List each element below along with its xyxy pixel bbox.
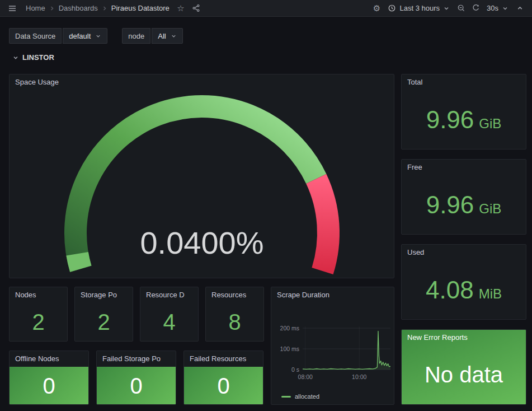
breadcrumb-dashboards[interactable]: Dashboards bbox=[57, 4, 100, 12]
panel-title: Scrape Duration bbox=[271, 287, 394, 303]
node-variable-label: node bbox=[122, 28, 150, 44]
panel-title: Failed Resources bbox=[184, 351, 263, 367]
panel-title: Storage Po bbox=[75, 287, 133, 303]
panel-title: Resource D bbox=[140, 287, 198, 303]
stat-unit: MiB bbox=[479, 286, 502, 302]
time-range-label: Last 3 hours bbox=[399, 4, 440, 12]
star-icon: ☆ bbox=[177, 3, 184, 13]
legend-item-allocated[interactable]: allocated bbox=[281, 393, 319, 400]
stat-value: 2 bbox=[32, 311, 44, 333]
panel-resources: Resources 8 bbox=[205, 287, 264, 342]
collapse-controls-button[interactable] bbox=[513, 2, 526, 15]
panel-used: Used 4.08 MiB bbox=[401, 244, 526, 320]
chevron-down-icon bbox=[443, 5, 450, 12]
stat-value-with-unit: 9.96 GiB bbox=[426, 193, 502, 217]
hamburger-icon bbox=[8, 4, 17, 13]
panel-nodes: Nodes 2 bbox=[9, 287, 68, 342]
dashboard-settings-button[interactable]: ⚙ bbox=[370, 2, 383, 15]
panel-failed-resources: Failed Resources 0 bbox=[183, 351, 263, 405]
panel-title: Space Usage bbox=[10, 74, 394, 90]
stat-value: 0 bbox=[130, 375, 142, 397]
time-range-picker[interactable]: Last 3 hours bbox=[384, 2, 453, 15]
zoom-out-time-range-button[interactable] bbox=[454, 2, 468, 15]
chevron-up-icon bbox=[516, 4, 524, 12]
panel-total: Total 9.96 GiB bbox=[401, 74, 526, 150]
stat-unit: GiB bbox=[479, 116, 501, 132]
chevron-right-icon bbox=[101, 5, 108, 12]
refresh-interval-picker[interactable]: 30s bbox=[483, 2, 512, 15]
chevron-down-icon bbox=[12, 54, 19, 61]
node-variable-select[interactable]: All bbox=[152, 28, 182, 44]
panel-space-usage: Space Usage 0.0400% bbox=[9, 74, 394, 278]
svg-text:10:00: 10:00 bbox=[352, 373, 366, 380]
refresh-dashboard-button[interactable] bbox=[469, 2, 482, 15]
panel-offline-nodes: Offline Nodes 0 bbox=[9, 351, 89, 405]
share-dashboard-button[interactable] bbox=[190, 2, 203, 15]
breadcrumb-current-dashboard[interactable]: Piraeus Datastore bbox=[109, 4, 172, 12]
panel-title: Nodes bbox=[10, 287, 67, 303]
panel-title: Failed Storage Po bbox=[97, 351, 176, 367]
datasource-variable-label: Data Source bbox=[9, 28, 62, 44]
clock-icon bbox=[388, 4, 396, 12]
zoom-out-icon bbox=[457, 4, 465, 12]
gauge-value: 0.0400% bbox=[140, 225, 263, 260]
svg-text:0 s: 0 s bbox=[291, 366, 299, 373]
stat-value: 4 bbox=[163, 311, 175, 333]
svg-text:200 ms: 200 ms bbox=[280, 325, 299, 331]
series-color-swatch bbox=[281, 396, 291, 398]
chevron-down-icon bbox=[95, 33, 101, 39]
stat-value: 0 bbox=[217, 375, 229, 397]
no-data-text: No data bbox=[425, 362, 503, 387]
stat-unit: GiB bbox=[479, 201, 501, 217]
panel-free: Free 9.96 GiB bbox=[401, 159, 526, 235]
top-navbar: Home Dashboards Piraeus Datastore ☆ ⚙ La… bbox=[0, 0, 532, 17]
row-title: LINSTOR bbox=[22, 53, 54, 62]
hamburger-menu-button[interactable] bbox=[6, 2, 19, 15]
svg-text:100 ms: 100 ms bbox=[280, 345, 299, 352]
stat-value: 8 bbox=[228, 311, 241, 333]
panel-failed-storage-pools: Failed Storage Po 0 bbox=[96, 351, 176, 405]
breadcrumb: Home Dashboards Piraeus Datastore bbox=[23, 4, 172, 12]
chevron-down-icon bbox=[171, 33, 177, 39]
svg-text:08:00: 08:00 bbox=[298, 373, 313, 380]
variable-controls: Data Source default node All bbox=[9, 28, 183, 44]
star-dashboard-button[interactable]: ☆ bbox=[174, 2, 187, 15]
panel-title: Used bbox=[402, 245, 526, 260]
panel-new-error-reports: New Error Reports No data bbox=[401, 329, 526, 405]
row-header-linstor[interactable]: LINSTOR bbox=[9, 53, 58, 62]
stat-value: 9.96 bbox=[426, 193, 474, 217]
panel-storage-pools: Storage Po 2 bbox=[74, 287, 133, 342]
scrape-duration-chart: 08:0010:00200 ms100 ms0 s bbox=[276, 302, 390, 386]
space-usage-gauge: 0.0400% bbox=[10, 90, 394, 278]
stat-value: 9.96 bbox=[426, 108, 474, 132]
datasource-variable: Data Source default bbox=[9, 28, 107, 44]
nav-right-toolbar: ⚙ Last 3 hours 30s bbox=[370, 2, 526, 15]
panel-title: Offline Nodes bbox=[10, 351, 88, 367]
panel-resource-definitions: Resource D 4 bbox=[140, 287, 199, 342]
chevron-right-icon bbox=[49, 5, 55, 12]
refresh-icon bbox=[472, 4, 480, 12]
panel-title: Total bbox=[402, 74, 526, 90]
breadcrumb-home[interactable]: Home bbox=[23, 4, 48, 12]
panel-title: Free bbox=[402, 160, 526, 175]
dashboard-content: Data Source default node All LINSTOR bbox=[0, 17, 532, 411]
gear-icon: ⚙ bbox=[373, 3, 380, 13]
share-icon bbox=[192, 4, 200, 12]
stat-value-with-unit: 9.96 GiB bbox=[426, 108, 502, 132]
stat-value-with-unit: 4.08 MiB bbox=[426, 278, 502, 302]
stat-value: 0 bbox=[43, 375, 55, 397]
datasource-variable-select[interactable]: default bbox=[63, 28, 107, 44]
panel-title: New Error Reports bbox=[402, 330, 526, 345]
node-variable: node All bbox=[122, 28, 182, 44]
panel-title: Resources bbox=[206, 287, 263, 303]
panel-scrape-duration: Scrape Duration 08:0010:00200 ms100 ms0 … bbox=[271, 287, 394, 405]
stat-value: 4.08 bbox=[426, 278, 474, 302]
stat-value: 2 bbox=[97, 311, 110, 333]
refresh-interval-label: 30s bbox=[487, 4, 498, 12]
chevron-down-icon bbox=[502, 5, 509, 12]
series-name: allocated bbox=[295, 393, 319, 400]
node-variable-value: All bbox=[158, 32, 166, 40]
datasource-variable-value: default bbox=[69, 32, 91, 40]
